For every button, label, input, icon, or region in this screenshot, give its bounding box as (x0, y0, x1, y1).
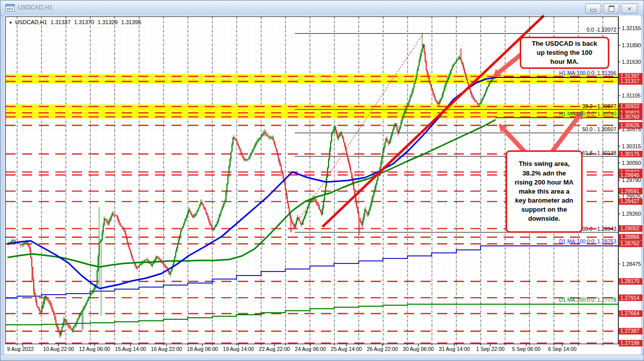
candle-body (123, 228, 124, 230)
candle-body (91, 294, 92, 295)
candle-body (83, 309, 84, 311)
candle-body (146, 259, 147, 260)
candle-body (403, 116, 404, 119)
price-tick-label: 1.31105 (622, 93, 640, 99)
candle-body (163, 263, 164, 264)
price-tick-label: 1.31630 (622, 59, 641, 65)
candle-body (215, 225, 216, 227)
candle-body (375, 184, 376, 188)
candle-body (185, 218, 186, 221)
candle-body (22, 244, 23, 244)
candle-body (104, 219, 105, 226)
candle-body (127, 238, 128, 242)
candle-body (57, 327, 58, 330)
candle-body (15, 241, 16, 242)
candle-body (47, 299, 48, 300)
candle-body (446, 82, 447, 85)
candle-body (426, 61, 427, 70)
candle-body (359, 219, 360, 221)
candle-body (239, 149, 240, 151)
candle-body (122, 227, 123, 228)
candle-body (145, 260, 146, 261)
candle-body (411, 94, 412, 97)
candle-body (36, 302, 37, 306)
candle-body (401, 119, 403, 122)
annotation-box-support[interactable]: This swing area, 38.2% adn the rising 20… (506, 150, 583, 233)
candle-body (364, 210, 365, 215)
candle-body (169, 273, 170, 275)
candle-body (259, 138, 260, 140)
candle-body (419, 61, 420, 66)
candle-body (338, 136, 339, 138)
quote-symbol: USDCAD,H1 (15, 19, 47, 25)
candle-body (237, 143, 238, 146)
candle-body (272, 137, 273, 138)
candle-body (156, 256, 157, 258)
candle-body (336, 131, 337, 135)
candle-body (129, 246, 130, 249)
symbol-dropdown-icon[interactable]: ▼ (9, 21, 13, 25)
candle-body (164, 264, 165, 266)
candle-body (94, 289, 95, 291)
candle-body (220, 211, 221, 214)
candle-body (200, 202, 201, 205)
candle-body (371, 200, 372, 204)
candle-body (384, 143, 385, 147)
candle-body (108, 222, 109, 224)
candle-body (170, 272, 171, 275)
price-badge-label: 1.30922 (620, 103, 639, 109)
candle-body (254, 147, 255, 149)
candle-body (250, 155, 251, 157)
candle-body (405, 111, 406, 113)
candle-body (270, 137, 271, 138)
candle-body (120, 223, 121, 226)
candle-body (73, 327, 74, 329)
candle-body (486, 89, 487, 92)
candle-body (211, 226, 212, 228)
candle-body (361, 223, 362, 225)
candle-body (140, 264, 141, 265)
candle-body (394, 123, 395, 126)
candle-body (395, 123, 396, 127)
candle-body (465, 72, 466, 76)
candle-body (252, 151, 253, 153)
candle-body (50, 304, 51, 306)
candle-body (299, 219, 300, 221)
price-badge-label: 1.29002 (620, 225, 639, 231)
candle-body (44, 296, 45, 300)
candle-body (410, 97, 411, 100)
candle-body (347, 155, 348, 159)
annotation-box-100ma[interactable]: The USDCAD is back up testing the 100 ho… (520, 37, 609, 69)
candle-body (125, 231, 126, 235)
candle-body (414, 84, 415, 88)
candle-body (216, 224, 217, 225)
candle-body (101, 240, 102, 242)
candle-body (480, 103, 481, 104)
candle-body (400, 122, 401, 126)
candle-body (487, 87, 488, 89)
candle-body (440, 100, 441, 102)
candle-body (301, 223, 302, 225)
candle-body (97, 270, 98, 285)
candle-body (343, 139, 344, 142)
candle-body (201, 202, 202, 204)
candle-body (24, 243, 25, 243)
candle-body (420, 56, 421, 61)
candle-body (226, 184, 227, 192)
candle-body (452, 67, 453, 69)
candle-body (106, 220, 107, 221)
quote-high: 1.31370 (74, 19, 94, 25)
candle-body (421, 52, 422, 56)
candle-body (203, 206, 204, 208)
candle-body (255, 144, 256, 146)
candle-body (92, 292, 93, 294)
candle-body (124, 229, 125, 231)
candle-body (277, 151, 278, 155)
candle-body (334, 127, 335, 129)
candle-body (475, 100, 476, 102)
candle-body (274, 141, 275, 144)
candle-body (372, 196, 373, 200)
candle-body (264, 132, 265, 134)
candle-body (318, 205, 319, 207)
candle-body (423, 44, 424, 48)
